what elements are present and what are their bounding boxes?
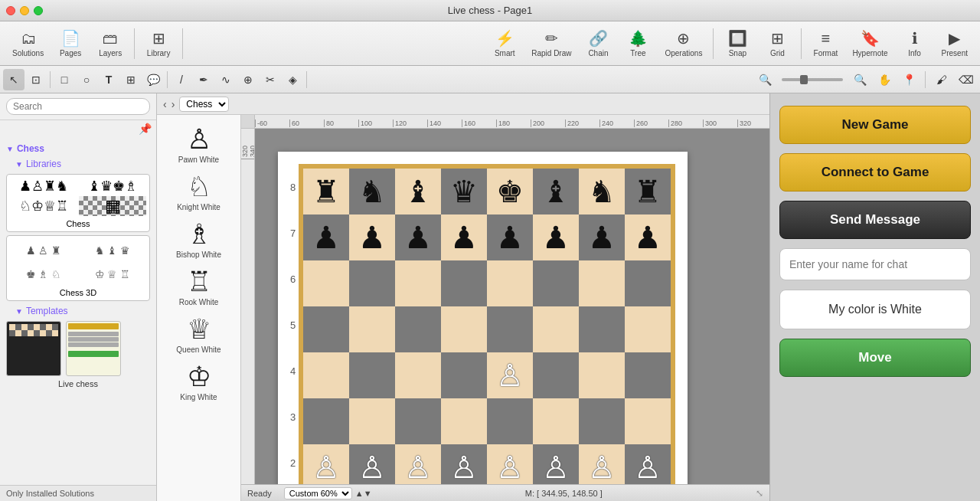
board-cell[interactable]: ♜ [303, 169, 349, 214]
pin-button[interactable]: 📌 [0, 120, 156, 137]
board-cell[interactable] [579, 398, 625, 444]
close-button[interactable] [6, 6, 15, 15]
board-cell[interactable]: ♟ [349, 214, 395, 260]
new-game-button[interactable]: New Game [779, 106, 971, 144]
toolbar-chain[interactable]: 🔗 Chain [579, 26, 617, 61]
board-cell[interactable] [579, 260, 625, 306]
ellipse-tool[interactable]: ○ [76, 69, 97, 90]
board-cell[interactable] [349, 306, 395, 352]
chess-tree-section[interactable]: ▼ Chess [0, 140, 156, 157]
board-cell[interactable]: ♟ [579, 214, 625, 260]
board-cell[interactable]: ♞ [579, 169, 625, 214]
board-cell[interactable] [395, 352, 441, 398]
board-cell[interactable]: ♙ [441, 444, 487, 484]
templates-tree-section[interactable]: ▼ Templates [0, 304, 156, 318]
line-tool[interactable]: / [171, 69, 192, 90]
zoom-slider[interactable] [782, 78, 843, 81]
board-cell[interactable]: ♟ [303, 214, 349, 260]
shape-queen-white[interactable]: ♕ Queen White [157, 311, 240, 359]
toolbar-info[interactable]: ℹ Info [896, 26, 934, 61]
board-cell[interactable]: ♙ [625, 444, 671, 484]
board-cell[interactable]: ♙ [303, 444, 349, 484]
resize-handle[interactable]: ⤡ [756, 488, 763, 499]
break-tool[interactable]: ✂ [260, 69, 281, 90]
zoom-select[interactable]: Custom 60% [284, 487, 352, 499]
canvas-scroll[interactable]: 8 7 6 5 4 3 2 1 [255, 129, 769, 484]
board-cell[interactable] [303, 352, 349, 398]
live-chess-text-thumb[interactable] [66, 321, 121, 376]
board-cell[interactable] [395, 398, 441, 444]
board-cell[interactable] [349, 398, 395, 444]
move-button[interactable]: Move [779, 339, 971, 377]
toolbar-solutions[interactable]: 🗂 Solutions [6, 27, 50, 61]
rect-tool[interactable]: □ [54, 69, 75, 90]
curve-tool[interactable]: ∿ [215, 69, 237, 90]
text2-tool[interactable]: ⊞ [120, 69, 142, 90]
shape-pawn-white[interactable]: ♙ Pawn White [157, 121, 240, 169]
libraries-tree-section[interactable]: ▼ Libraries [0, 157, 156, 171]
shape-knight-white[interactable]: ♘ Knight White [157, 169, 240, 216]
live-chess-thumb[interactable] [6, 321, 61, 376]
connect-game-button[interactable]: Connect to Game [779, 153, 971, 192]
board-cell[interactable] [487, 260, 533, 306]
board-cell[interactable] [579, 352, 625, 398]
toolbar-tree[interactable]: 🌲 Tree [619, 26, 657, 61]
board-cell[interactable] [349, 352, 395, 398]
board-cell[interactable]: ♟ [625, 214, 671, 260]
board-cell[interactable]: ♙ [487, 352, 533, 398]
board-cell[interactable]: ♜ [625, 169, 671, 214]
board-cell[interactable] [625, 306, 671, 352]
toolbar-operations[interactable]: ⊕ Operations [658, 26, 708, 61]
toolbar-present[interactable]: ▶ Present [936, 26, 974, 61]
board-cell[interactable] [625, 260, 671, 306]
board-cell[interactable] [533, 260, 579, 306]
chat-name-input[interactable] [779, 248, 971, 280]
page-prev-button[interactable]: ‹ [163, 98, 167, 110]
connect-tool[interactable]: ⊕ [237, 69, 259, 90]
toolbar-rapid-draw[interactable]: ✏ Rapid Draw [525, 26, 577, 61]
board-cell[interactable] [395, 260, 441, 306]
toolbar-grid[interactable]: ⊞ Grid [758, 26, 796, 61]
board-cell[interactable] [395, 306, 441, 352]
board-cell[interactable] [441, 306, 487, 352]
minimize-button[interactable] [20, 6, 29, 15]
text-tool[interactable]: T [98, 69, 119, 90]
board-cell[interactable] [441, 260, 487, 306]
shape-rook-white[interactable]: ♖ Rook White [157, 264, 240, 311]
board-cell[interactable]: ♙ [487, 444, 533, 484]
hand-tool[interactable]: ✋ [874, 69, 895, 90]
chess-board[interactable]: ♜♞♝♛♚♝♞♜♟♟♟♟♟♟♟♟♙♙♙♙♙♙♙♙♙♖♘♗♕♔♗♘♖ [303, 169, 671, 484]
toolbar-format[interactable]: ≡ Format [806, 27, 844, 61]
board-cell[interactable]: ♙ [395, 444, 441, 484]
board-cell[interactable] [487, 398, 533, 444]
waypoint-tool[interactable]: 📍 [898, 69, 920, 90]
board-cell[interactable] [303, 260, 349, 306]
board-cell[interactable]: ♙ [533, 444, 579, 484]
send-message-button[interactable]: Send Message [779, 201, 971, 239]
search-input[interactable] [6, 98, 150, 115]
board-cell[interactable]: ♙ [579, 444, 625, 484]
zoom-stepper[interactable]: ▲▼ [355, 489, 372, 498]
select-all-tool[interactable]: ⊡ [25, 69, 47, 90]
board-cell[interactable]: ♛ [441, 169, 487, 214]
board-cell[interactable] [533, 306, 579, 352]
toolbar-snap[interactable]: 🔲 Snap [718, 26, 756, 61]
board-cell[interactable] [441, 352, 487, 398]
board-cell[interactable] [441, 398, 487, 444]
board-cell[interactable] [533, 398, 579, 444]
board-cell[interactable]: ♟ [395, 214, 441, 260]
board-cell[interactable] [303, 398, 349, 444]
board-cell[interactable]: ♝ [395, 169, 441, 214]
zoom-in-button[interactable]: 🔍 [849, 69, 871, 90]
zoom-out-button[interactable]: 🔍 [754, 69, 776, 90]
board-cell[interactable] [303, 306, 349, 352]
board-cell[interactable] [487, 306, 533, 352]
callout-tool[interactable]: 💬 [142, 69, 164, 90]
board-cell[interactable]: ♞ [349, 169, 395, 214]
pen-tool[interactable]: ✒ [193, 69, 214, 90]
board-cell[interactable]: ♟ [441, 214, 487, 260]
toolbar-pages[interactable]: 📄 Pages [51, 26, 90, 61]
toolbar-layers[interactable]: 🗃 Layers [91, 27, 129, 61]
erase-tool[interactable]: ⌫ [956, 69, 977, 90]
page-select[interactable]: Chess [179, 97, 229, 112]
